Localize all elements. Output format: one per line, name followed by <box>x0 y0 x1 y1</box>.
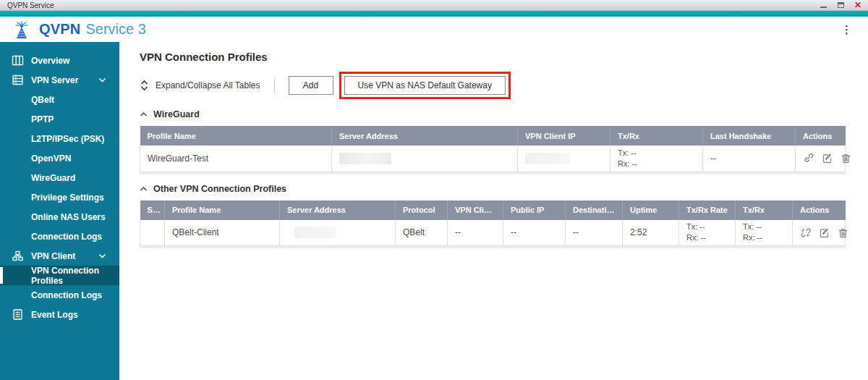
sidebar-item-privilege-settings[interactable]: Privilege Settings <box>0 187 119 207</box>
vpn-server-icon <box>12 74 24 86</box>
restore-icon <box>838 2 844 8</box>
add-button[interactable]: Add <box>289 76 333 95</box>
protocol-cell: QBelt <box>396 220 448 246</box>
sidebar-item-online-nas-users[interactable]: Online NAS Users <box>0 207 119 227</box>
sidebar-item-l2tp[interactable]: L2TP/IPSec (PSK) <box>0 129 119 148</box>
window-title: QVPN Service <box>7 1 54 9</box>
sidebar-item-vpn-server[interactable]: VPN Server <box>0 70 119 90</box>
sidebar-label: Privilege Settings <box>31 193 104 203</box>
use-vpn-as-nas-default-gateway-button[interactable]: Use VPN as NAS Default Gateway <box>344 76 506 95</box>
public-ip-cell: -- <box>503 220 566 246</box>
tx-rate-value: Tx: -- <box>686 221 728 232</box>
column-header: St… <box>140 200 165 220</box>
column-header: Actions <box>796 126 846 145</box>
brand-suffix: Service 3 <box>85 21 145 38</box>
brand-name: QVPN <box>39 21 80 38</box>
sidebar-item-openvpn[interactable]: OpenVPN <box>0 148 119 168</box>
sidebar-label: VPN Client <box>31 251 75 261</box>
restore-button[interactable] <box>836 1 845 9</box>
edit-icon[interactable] <box>822 153 833 164</box>
sidebar-item-vpn-connection-profiles[interactable]: VPN Connection Profiles <box>0 266 119 285</box>
column-header: Destination <box>566 200 623 220</box>
destination-cell: -- <box>566 220 623 246</box>
sidebar-label: L2TP/IPSec (PSK) <box>31 134 104 144</box>
sidebar-item-qbelt[interactable]: QBelt <box>0 90 119 109</box>
event-logs-icon <box>12 308 24 321</box>
sidebar-item-client-connection-logs[interactable]: Connection Logs <box>0 285 119 305</box>
connect-icon[interactable] <box>803 153 814 164</box>
column-header: Profile Name <box>165 200 280 220</box>
other-profiles-section: Other VPN Connection Profiles St… Profil… <box>140 184 868 247</box>
toolbar-divider <box>274 77 275 93</box>
teal-accent-stripe <box>0 11 868 17</box>
sidebar: Overview VPN Server QBelt PPTP L2TP/IPSe… <box>0 42 119 380</box>
profile-name-cell: QBelt-Client <box>165 220 280 246</box>
sidebar-label: Connection Logs <box>31 290 102 300</box>
qvpn-logo-icon <box>12 20 32 40</box>
sidebar-label: WireGuard <box>31 173 75 183</box>
column-header: VPN Client IP <box>448 200 503 220</box>
wireguard-header-row: Profile Name Server Address VPN Client I… <box>140 126 846 145</box>
sidebar-item-event-logs[interactable]: Event Logs <box>0 305 119 324</box>
wireguard-section-header[interactable]: WireGuard <box>140 109 868 119</box>
server-address-cell <box>332 145 518 172</box>
sidebar-item-server-connection-logs[interactable]: Connection Logs <box>0 227 119 246</box>
expand-collapse-all-control[interactable]: Expand/Collapse All Tables <box>140 80 260 91</box>
delete-icon[interactable] <box>838 227 848 238</box>
server-address-cell <box>280 220 396 246</box>
redacted-server-address <box>339 153 391 164</box>
chevron-up-icon <box>140 111 148 117</box>
column-header: Server Address <box>332 126 518 145</box>
wireguard-section: WireGuard Profile Name Server Address VP… <box>140 109 868 172</box>
sidebar-label: QBelt <box>31 95 54 105</box>
column-header: Actions <box>793 200 846 220</box>
sidebar-label: Online NAS Users <box>31 212 106 222</box>
txrx-rate-cell: Tx: -- Rx: -- <box>679 220 736 246</box>
sidebar-label: VPN Server <box>31 75 78 85</box>
column-header: Tx/Rx Rate <box>679 200 736 220</box>
sidebar-item-vpn-client[interactable]: VPN Client <box>0 246 119 266</box>
vpn-client-ip-cell: -- <box>448 220 503 246</box>
status-cell <box>140 220 165 246</box>
sidebar-item-overview[interactable]: Overview <box>0 51 119 70</box>
overview-icon <box>12 54 24 67</box>
tx-value: Tx: -- <box>743 221 785 232</box>
sidebar-label: Connection Logs <box>31 232 102 242</box>
actions-cell <box>793 220 846 246</box>
sidebar-item-wireguard[interactable]: WireGuard <box>0 168 119 187</box>
txrx-cell: Tx: -- Rx: -- <box>610 145 703 172</box>
app-header: QVPN Service 3 ⋮ <box>0 17 868 42</box>
redacted-server-address <box>294 227 336 238</box>
sidebar-label: OpenVPN <box>31 153 71 164</box>
profile-name-cell: WireGuard-Test <box>140 145 332 172</box>
actions-cell <box>796 145 846 172</box>
minimize-button[interactable] <box>819 1 827 9</box>
chevron-down-icon <box>98 76 106 84</box>
wireguard-section-label: WireGuard <box>153 109 200 119</box>
column-header: Protocol <box>396 200 448 220</box>
chevron-up-icon <box>140 186 148 192</box>
page-title: VPN Connection Profiles <box>140 51 868 63</box>
gateway-button-highlight: Use VPN as NAS Default Gateway <box>339 72 511 99</box>
vpn-client-icon <box>12 250 24 262</box>
edit-icon[interactable] <box>819 227 830 238</box>
column-header: Uptime <box>623 200 679 220</box>
disconnect-icon[interactable] <box>800 227 811 238</box>
main-content: VPN Connection Profiles Expand/Collapse … <box>119 42 868 380</box>
other-profiles-table: St… Profile Name Server Address Protocol… <box>140 200 846 247</box>
kebab-menu-icon[interactable]: ⋮ <box>835 23 858 36</box>
sidebar-item-pptp[interactable]: PPTP <box>0 109 119 129</box>
column-header: Last Handshake <box>703 126 796 145</box>
redacted-vpn-client-ip <box>525 153 570 164</box>
column-header: Tx/Rx <box>610 126 703 145</box>
close-icon: ✕ <box>854 1 861 9</box>
wireguard-table: Profile Name Server Address VPN Client I… <box>140 126 846 172</box>
close-button[interactable]: ✕ <box>854 1 862 9</box>
other-profiles-header-row: St… Profile Name Server Address Protocol… <box>140 200 846 220</box>
delete-icon[interactable] <box>841 153 851 164</box>
window-titlebar: QVPN Service ✕ <box>0 0 868 11</box>
txrx-cell: Tx: -- Rx: -- <box>736 220 793 246</box>
sidebar-label: Overview <box>31 56 69 66</box>
other-profiles-section-header[interactable]: Other VPN Connection Profiles <box>140 184 868 194</box>
tx-value: Tx: -- <box>618 148 695 159</box>
